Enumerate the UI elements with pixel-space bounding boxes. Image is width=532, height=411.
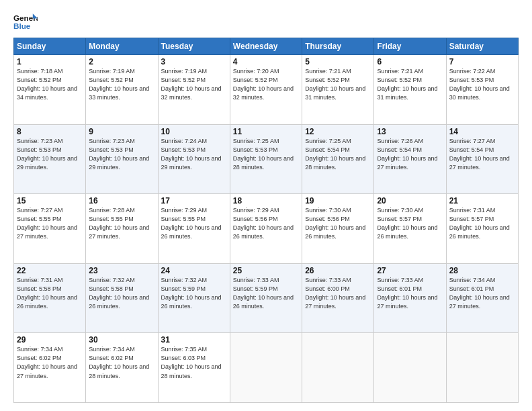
calendar-cell: 22 Sunrise: 7:31 AMSunset: 5:58 PMDaylig… <box>14 263 86 333</box>
calendar-cell: 7 Sunrise: 7:22 AMSunset: 5:53 PMDayligh… <box>446 55 518 125</box>
col-sunday: Sunday <box>14 38 86 55</box>
header-row: Sunday Monday Tuesday Wednesday Thursday… <box>14 38 519 55</box>
day-number: 4 <box>233 57 299 66</box>
calendar-cell: 26 Sunrise: 7:33 AMSunset: 6:00 PMDaylig… <box>302 263 374 333</box>
day-info: Sunrise: 7:26 AMSunset: 5:54 PMDaylight:… <box>377 138 437 171</box>
day-number: 17 <box>161 196 227 205</box>
day-number: 15 <box>17 196 83 205</box>
day-info: Sunrise: 7:23 AMSunset: 5:53 PMDaylight:… <box>89 138 149 171</box>
calendar-row-3: 15 Sunrise: 7:27 AMSunset: 5:55 PMDaylig… <box>14 194 519 264</box>
col-friday: Friday <box>374 38 446 55</box>
day-info: Sunrise: 7:31 AMSunset: 5:57 PMDaylight:… <box>449 207 510 240</box>
calendar-row-5: 29 Sunrise: 7:34 AMSunset: 6:02 PMDaylig… <box>14 333 519 403</box>
day-number: 5 <box>305 57 371 66</box>
day-info: Sunrise: 7:24 AMSunset: 5:53 PMDaylight:… <box>161 138 222 171</box>
day-number: 3 <box>161 57 227 66</box>
calendar-cell: 23 Sunrise: 7:32 AMSunset: 5:58 PMDaylig… <box>86 263 158 333</box>
calendar-cell <box>230 333 302 403</box>
calendar-cell: 16 Sunrise: 7:28 AMSunset: 5:55 PMDaylig… <box>86 194 158 264</box>
logo-icon: General Blue <box>13 12 38 31</box>
calendar-cell: 13 Sunrise: 7:26 AMSunset: 5:54 PMDaylig… <box>374 124 446 194</box>
day-info: Sunrise: 7:20 AMSunset: 5:52 PMDaylight:… <box>233 68 294 101</box>
calendar-cell: 9 Sunrise: 7:23 AMSunset: 5:53 PMDayligh… <box>86 124 158 194</box>
day-info: Sunrise: 7:30 AMSunset: 5:57 PMDaylight:… <box>377 207 437 240</box>
day-number: 9 <box>89 127 154 136</box>
calendar-cell: 1 Sunrise: 7:18 AMSunset: 5:52 PMDayligh… <box>14 55 86 125</box>
calendar-cell: 17 Sunrise: 7:29 AMSunset: 5:55 PMDaylig… <box>158 194 230 264</box>
calendar-cell: 2 Sunrise: 7:19 AMSunset: 5:52 PMDayligh… <box>86 55 158 125</box>
calendar-row-2: 8 Sunrise: 7:23 AMSunset: 5:53 PMDayligh… <box>14 124 519 194</box>
day-info: Sunrise: 7:33 AMSunset: 5:59 PMDaylight:… <box>233 277 294 310</box>
day-number: 22 <box>17 266 83 275</box>
day-info: Sunrise: 7:33 AMSunset: 6:01 PMDaylight:… <box>377 277 437 310</box>
day-info: Sunrise: 7:25 AMSunset: 5:53 PMDaylight:… <box>233 138 294 171</box>
day-number: 8 <box>17 127 83 136</box>
day-number: 10 <box>161 127 227 136</box>
day-info: Sunrise: 7:31 AMSunset: 5:58 PMDaylight:… <box>17 277 77 310</box>
calendar-cell: 27 Sunrise: 7:33 AMSunset: 6:01 PMDaylig… <box>374 263 446 333</box>
col-saturday: Saturday <box>446 38 518 55</box>
day-info: Sunrise: 7:32 AMSunset: 5:58 PMDaylight:… <box>89 277 149 310</box>
day-info: Sunrise: 7:34 AMSunset: 6:02 PMDaylight:… <box>17 346 77 379</box>
day-number: 1 <box>17 57 83 66</box>
calendar-cell: 20 Sunrise: 7:30 AMSunset: 5:57 PMDaylig… <box>374 194 446 264</box>
day-number: 7 <box>449 57 515 66</box>
day-number: 12 <box>305 127 371 136</box>
day-info: Sunrise: 7:18 AMSunset: 5:52 PMDaylight:… <box>17 68 77 101</box>
calendar-cell: 4 Sunrise: 7:20 AMSunset: 5:52 PMDayligh… <box>230 55 302 125</box>
day-number: 6 <box>377 57 443 66</box>
day-info: Sunrise: 7:27 AMSunset: 5:55 PMDaylight:… <box>17 207 77 240</box>
day-number: 24 <box>161 266 227 275</box>
day-number: 23 <box>89 266 154 275</box>
day-number: 27 <box>377 266 443 275</box>
calendar-cell: 19 Sunrise: 7:30 AMSunset: 5:56 PMDaylig… <box>302 194 374 264</box>
day-info: Sunrise: 7:30 AMSunset: 5:56 PMDaylight:… <box>305 207 365 240</box>
day-number: 28 <box>449 266 515 275</box>
calendar-row-4: 22 Sunrise: 7:31 AMSunset: 5:58 PMDaylig… <box>14 263 519 333</box>
calendar-cell: 28 Sunrise: 7:34 AMSunset: 6:01 PMDaylig… <box>446 263 518 333</box>
calendar-cell: 5 Sunrise: 7:21 AMSunset: 5:52 PMDayligh… <box>302 55 374 125</box>
day-info: Sunrise: 7:27 AMSunset: 5:54 PMDaylight:… <box>449 138 510 171</box>
calendar-cell: 21 Sunrise: 7:31 AMSunset: 5:57 PMDaylig… <box>446 194 518 264</box>
svg-text:Blue: Blue <box>13 21 31 30</box>
header: General Blue <box>13 12 519 31</box>
day-number: 31 <box>161 335 227 345</box>
day-number: 13 <box>377 127 443 136</box>
calendar-cell: 10 Sunrise: 7:24 AMSunset: 5:53 PMDaylig… <box>158 124 230 194</box>
day-info: Sunrise: 7:22 AMSunset: 5:53 PMDaylight:… <box>449 68 510 101</box>
day-info: Sunrise: 7:34 AMSunset: 6:02 PMDaylight:… <box>89 346 149 379</box>
calendar-cell: 25 Sunrise: 7:33 AMSunset: 5:59 PMDaylig… <box>230 263 302 333</box>
day-number: 11 <box>233 127 299 136</box>
calendar-table: Sunday Monday Tuesday Wednesday Thursday… <box>13 38 519 403</box>
day-number: 14 <box>449 127 515 136</box>
day-number: 16 <box>89 196 154 205</box>
calendar-cell <box>374 333 446 403</box>
day-number: 25 <box>233 266 299 275</box>
calendar-cell: 11 Sunrise: 7:25 AMSunset: 5:53 PMDaylig… <box>230 124 302 194</box>
day-number: 29 <box>17 335 83 345</box>
col-tuesday: Tuesday <box>158 38 230 55</box>
calendar-cell: 15 Sunrise: 7:27 AMSunset: 5:55 PMDaylig… <box>14 194 86 264</box>
col-monday: Monday <box>86 38 158 55</box>
col-thursday: Thursday <box>302 38 374 55</box>
logo: General Blue <box>13 12 38 31</box>
page: General Blue Sunday Monday Tuesday Wedne… <box>0 0 532 411</box>
day-info: Sunrise: 7:21 AMSunset: 5:52 PMDaylight:… <box>377 68 437 101</box>
day-number: 2 <box>89 57 154 66</box>
day-number: 19 <box>305 196 371 205</box>
day-number: 30 <box>89 335 154 345</box>
day-info: Sunrise: 7:21 AMSunset: 5:52 PMDaylight:… <box>305 68 365 101</box>
calendar-cell: 14 Sunrise: 7:27 AMSunset: 5:54 PMDaylig… <box>446 124 518 194</box>
day-number: 18 <box>233 196 299 205</box>
calendar-cell <box>302 333 374 403</box>
calendar-cell: 12 Sunrise: 7:25 AMSunset: 5:54 PMDaylig… <box>302 124 374 194</box>
day-info: Sunrise: 7:19 AMSunset: 5:52 PMDaylight:… <box>89 68 149 101</box>
day-info: Sunrise: 7:29 AMSunset: 5:55 PMDaylight:… <box>161 207 222 240</box>
day-info: Sunrise: 7:28 AMSunset: 5:55 PMDaylight:… <box>89 207 149 240</box>
day-info: Sunrise: 7:19 AMSunset: 5:52 PMDaylight:… <box>161 68 222 101</box>
day-info: Sunrise: 7:25 AMSunset: 5:54 PMDaylight:… <box>305 138 365 171</box>
calendar-cell: 31 Sunrise: 7:35 AMSunset: 6:03 PMDaylig… <box>158 333 230 403</box>
calendar-cell: 24 Sunrise: 7:32 AMSunset: 5:59 PMDaylig… <box>158 263 230 333</box>
day-info: Sunrise: 7:34 AMSunset: 6:01 PMDaylight:… <box>449 277 510 310</box>
calendar-cell: 6 Sunrise: 7:21 AMSunset: 5:52 PMDayligh… <box>374 55 446 125</box>
